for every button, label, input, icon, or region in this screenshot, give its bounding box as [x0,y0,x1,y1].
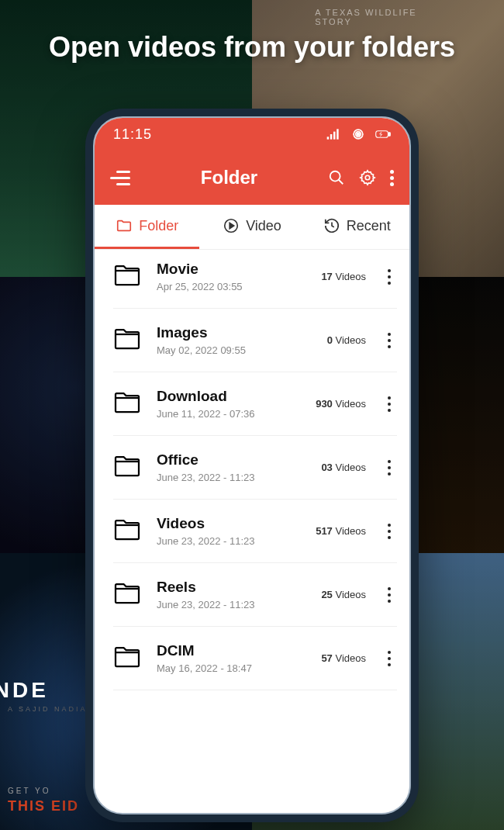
folder-row[interactable]: DCIM May 16, 2022 - 18:47 57 Videos [113,627,397,690]
folder-date: May 02, 2022 09:55 [157,344,312,356]
settings-icon[interactable] [359,169,376,186]
folder-date: June 23, 2022 - 11:23 [157,535,300,547]
folder-row[interactable]: Download June 11, 2022 - 07:36 930 Video… [113,372,397,436]
folder-icon [113,454,141,482]
tab-bar: Folder Video Recent [95,205,409,250]
folder-date: Apr 25, 2022 03:55 [157,281,306,292]
folder-video-count: 25 Videos [321,589,366,600]
folder-row[interactable]: Movie Apr 25, 2022 03:55 17 Videos [113,250,397,309]
search-icon[interactable] [328,169,345,186]
folder-name: Movie [157,261,306,278]
folder-video-count: 517 Videos [316,525,366,537]
status-bar: 11:15 [95,118,409,150]
folder-icon [113,327,141,354]
tab-recent[interactable]: Recent [305,205,409,249]
folder-date: June 23, 2022 - 11:23 [157,472,306,483]
folder-icon [116,217,133,234]
svg-rect-1 [330,134,333,140]
folder-icon [113,517,141,545]
folder-row[interactable]: Videos June 23, 2022 - 11:23 517 Videos [113,500,397,563]
row-menu-button[interactable] [381,393,397,415]
svg-rect-0 [327,137,330,139]
row-menu-button[interactable] [381,648,397,669]
folder-info: Videos June 23, 2022 - 11:23 [157,515,300,547]
folder-date: June 23, 2022 - 11:23 [157,599,306,610]
folder-video-count: 0 Videos [327,334,366,346]
folder-video-count: 930 Videos [316,398,366,410]
row-menu-button[interactable] [381,266,397,288]
wifi-broadcast-icon [350,126,366,142]
row-menu-button[interactable] [381,330,397,351]
folder-icon [113,645,141,673]
folder-info: Office June 23, 2022 - 11:23 [157,451,306,483]
status-time: 11:15 [113,126,152,143]
folder-info: Reels June 23, 2022 - 11:23 [157,579,306,610]
battery-icon [375,126,391,142]
tab-folder[interactable]: Folder [95,205,199,249]
svg-point-7 [330,171,340,182]
signal-icon [326,126,341,142]
tab-label: Folder [139,218,178,234]
svg-point-9 [365,175,370,180]
tab-label: Video [246,218,281,234]
history-icon [323,217,340,234]
app-header: Folder [95,150,409,205]
bg-text: THIS EID [8,798,79,814]
folder-video-count: 17 Videos [321,271,366,282]
tab-label: Recent [347,218,391,234]
folder-info: Download June 11, 2022 - 07:36 [157,388,300,420]
status-icons [326,126,391,142]
bg-text: A TEXAS WILDLIFE STORY [315,8,441,26]
bg-text: GET YO [8,787,50,795]
folder-date: May 16, 2022 - 18:47 [157,662,306,674]
svg-line-8 [339,180,343,185]
svg-rect-6 [388,133,390,136]
more-menu-button[interactable] [390,170,394,186]
folder-icon [113,390,141,418]
folder-date: June 11, 2022 - 07:36 [157,408,300,420]
folder-list[interactable]: Movie Apr 25, 2022 03:55 17 Videos Image… [95,250,409,690]
menu-button[interactable] [110,171,130,185]
phone-screen: 11:15 Fold [93,116,411,814]
svg-rect-3 [337,129,339,139]
folder-name: Images [157,324,312,341]
folder-row[interactable]: Office June 23, 2022 - 11:23 03 Videos [113,436,397,500]
folder-name: Office [157,451,306,469]
folder-row[interactable]: Images May 02, 2022 09:55 0 Videos [113,309,397,372]
folder-name: DCIM [157,642,306,659]
bg-text: INDE [0,678,49,703]
folder-name: Download [157,388,300,405]
svg-point-4 [357,133,359,135]
folder-video-count: 03 Videos [321,462,366,473]
svg-rect-2 [333,132,336,140]
phone-frame: 11:15 Fold [85,109,419,822]
play-circle-icon [223,217,240,234]
bg-text: A SAJID NADIA [8,705,88,713]
folder-row[interactable]: Reels June 23, 2022 - 11:23 25 Videos [113,563,397,627]
folder-icon [113,263,141,291]
folder-video-count: 57 Videos [321,652,366,664]
folder-name: Videos [157,515,300,532]
header-actions [328,169,394,186]
tab-video[interactable]: Video [199,205,304,249]
page-title: Folder [143,167,316,188]
row-menu-button[interactable] [381,520,397,542]
banner-heading: Open videos from your folders [0,31,504,64]
folder-info: DCIM May 16, 2022 - 18:47 [157,642,306,674]
folder-info: Movie Apr 25, 2022 03:55 [157,261,306,292]
folder-icon [113,581,141,609]
row-menu-button[interactable] [381,584,397,606]
folder-name: Reels [157,579,306,596]
folder-info: Images May 02, 2022 09:55 [157,324,312,356]
row-menu-button[interactable] [381,457,397,479]
